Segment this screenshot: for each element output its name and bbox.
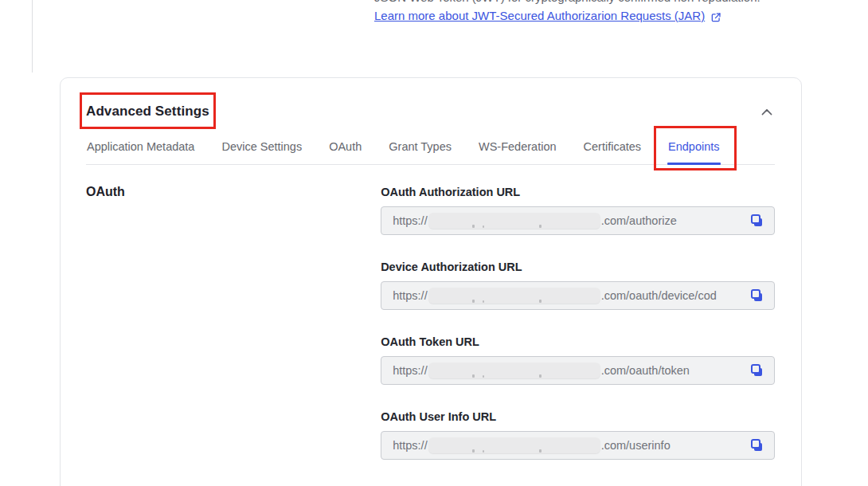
previous-card-left-border [32, 0, 33, 73]
advanced-settings-title: Advanced Settings [86, 104, 209, 120]
jwt-description-text: JSON Web Token (JWT) for cryptographical… [374, 0, 760, 6]
tab-application-metadata[interactable]: Application Metadata [86, 139, 195, 164]
chevron-up-icon [761, 104, 772, 119]
redaction-overlay [428, 288, 600, 304]
field-label: OAuth Authorization URL [381, 184, 775, 200]
url-prefix: https:// [393, 439, 428, 452]
advanced-settings-card: Advanced Settings Application Metadata D… [60, 77, 802, 486]
field-oauth-token-url: OAuth Token URL https://.com/oauth/token [381, 334, 775, 385]
oauth-authorization-url-input[interactable]: https://.com/authorize [381, 206, 775, 235]
url-suffix: .com/oauth/device/cod [601, 289, 717, 302]
field-oauth-user-info-url: OAuth User Info URL https://.com/userinf… [381, 409, 775, 460]
tab-endpoints[interactable]: Endpoints [667, 139, 721, 164]
settings-tab-bar: Application Metadata Device Settings OAu… [86, 139, 775, 165]
url-suffix: .com/oauth/token [601, 364, 690, 377]
tab-ws-federation[interactable]: WS-Federation [478, 139, 557, 164]
field-device-authorization-url: Device Authorization URL https://.com/oa… [381, 259, 775, 310]
redaction-overlay [428, 437, 600, 453]
url-suffix: .com/authorize [601, 214, 677, 227]
oauth-token-url-input[interactable]: https://.com/oauth/token [381, 356, 775, 385]
redaction-overlay [428, 213, 600, 229]
copy-icon[interactable] [750, 289, 764, 304]
collapse-section-button[interactable] [759, 104, 775, 120]
url-prefix: https:// [393, 289, 428, 302]
copy-icon[interactable] [750, 364, 764, 378]
tab-device-settings[interactable]: Device Settings [221, 139, 303, 164]
tab-oauth[interactable]: OAuth [328, 139, 362, 164]
jwt-description-block: JSON Web Token (JWT) for cryptographical… [374, 0, 760, 25]
active-tab-underline [667, 163, 721, 165]
copy-icon[interactable] [750, 214, 764, 229]
field-oauth-authorization-url: OAuth Authorization URL https://.com/aut… [381, 184, 775, 235]
endpoint-fields: OAuth Authorization URL https://.com/aut… [381, 184, 775, 484]
external-link-icon[interactable] [710, 10, 721, 22]
tab-grant-types[interactable]: Grant Types [388, 139, 452, 164]
field-label: OAuth User Info URL [381, 409, 775, 425]
url-prefix: https:// [393, 364, 428, 377]
oauth-section-title: OAuth [86, 184, 381, 484]
field-label: OAuth Token URL [381, 334, 775, 350]
jar-learn-more-link[interactable]: Learn more about JWT-Secured Authorizari… [374, 7, 705, 25]
oauth-user-info-url-input[interactable]: https://.com/userinfo [381, 431, 775, 460]
copy-icon[interactable] [750, 439, 764, 453]
field-label: Device Authorization URL [381, 259, 775, 275]
url-prefix: https:// [393, 214, 428, 227]
device-authorization-url-input[interactable]: https://.com/oauth/device/cod [381, 281, 775, 310]
tab-certificates[interactable]: Certificates [583, 139, 643, 164]
url-suffix: .com/userinfo [601, 439, 671, 452]
redaction-overlay [428, 363, 600, 378]
